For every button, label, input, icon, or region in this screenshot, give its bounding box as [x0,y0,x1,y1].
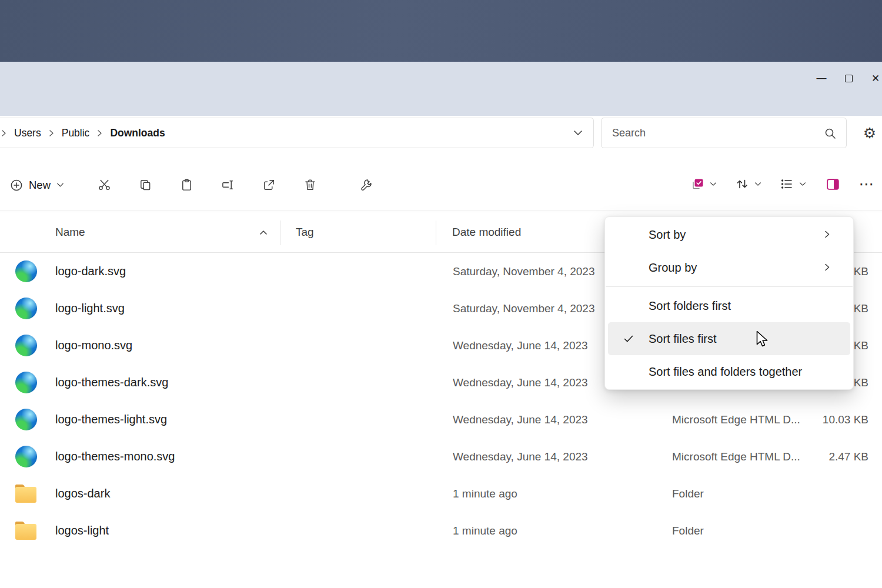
column-separator[interactable] [280,220,281,245]
sort-context-menu: Sort by Group by Sort folders first Sort… [604,216,854,390]
minimize-button[interactable]: — [808,66,835,90]
menu-item-group-by[interactable]: Group by [608,251,850,284]
desktop-background [0,0,882,62]
file-icon-cell [0,260,55,282]
address-dropdown-button[interactable] [572,127,584,139]
menu-item-label: Sort files first [649,332,717,346]
menu-item-sort-files-first[interactable]: Sort files first [608,322,850,355]
menu-item-sort-folders-first[interactable]: Sort folders first [608,289,850,322]
breadcrumb-item-public[interactable]: Public [59,127,92,139]
cut-button[interactable] [91,171,117,199]
tools-button[interactable] [353,171,379,199]
chevron-down-icon [56,181,65,189]
edge-logo-icon [15,335,37,356]
window-controls: — ✕ [808,66,882,90]
see-more-button[interactable]: ⋯ [854,170,880,198]
file-date-modified: Wednesday, June 14, 2023 [436,413,653,426]
file-icon-cell [0,335,55,356]
chevron-right-icon [823,263,831,272]
scissors-icon [98,178,111,192]
menu-item-label: Sort by [649,228,686,242]
settings-button[interactable]: ⚙ [857,121,882,145]
new-button[interactable]: New [1,170,72,201]
copy-button[interactable] [132,171,158,199]
chevron-down-icon [709,180,717,188]
file-row[interactable]: logo-themes-mono.svg Wednesday, June 14,… [0,438,882,475]
file-icon-cell [0,485,55,503]
folder-icon [15,487,36,503]
checkmark-icon [608,333,649,345]
paste-icon [180,178,193,192]
paste-button[interactable] [173,171,199,199]
chevron-right-icon [0,129,8,137]
file-type: Microsoft Edge HTML D... [653,450,813,463]
breadcrumb-item-downloads[interactable]: Downloads [108,127,167,139]
file-row[interactable]: logo-themes-light.svg Wednesday, June 14… [0,401,882,438]
menu-item-sort-files-and-folders-together[interactable]: Sort files and folders together [608,355,850,388]
folder-icon [15,524,36,540]
view-list-icon [780,177,794,191]
file-name: logos-light [55,524,280,537]
chevron-right-icon [823,230,831,239]
file-date-modified: Wednesday, June 14, 2023 [436,450,653,463]
share-icon [262,178,276,192]
rename-button[interactable] [215,171,240,199]
sort-ascending-icon [259,230,268,235]
breadcrumb-item-users[interactable]: Users [12,127,44,139]
file-row[interactable]: logos-light 1 minute ago Folder [0,512,882,549]
plus-icon [9,178,24,192]
menu-item-label: Group by [649,261,697,275]
new-button-label: New [29,179,51,192]
file-type: Microsoft Edge HTML D... [653,413,813,426]
file-size: 2.47 KB [813,450,868,463]
preview-pane-icon [826,177,840,192]
maximize-button[interactable] [835,66,862,90]
column-header-name[interactable]: Name [55,226,280,239]
trash-icon [303,178,317,192]
ellipsis-icon: ⋯ [854,175,880,193]
menu-item-sort-by[interactable]: Sort by [608,218,850,251]
chevron-right-icon [96,129,103,137]
search-box [601,118,847,148]
sort-arrows-icon [735,177,749,191]
search-input[interactable] [602,118,846,148]
file-name: logo-mono.svg [55,339,280,352]
file-type: Folder [653,487,813,500]
view-button[interactable] [775,170,811,198]
share-button[interactable] [256,171,282,199]
wrench-icon [360,178,373,192]
search-icon[interactable] [824,127,837,140]
menu-separator [606,286,853,287]
maximize-icon [845,75,853,82]
view-tools: ⋯ [686,170,880,198]
select-button[interactable] [686,170,722,198]
file-date-modified: 1 minute ago [436,524,653,537]
edge-logo-icon [15,446,37,467]
address-row: Users Public Downloads ⚙ [0,116,882,158]
file-name: logo-light.svg [55,302,280,315]
file-icon-cell [0,409,55,430]
file-explorer-window: — ✕ Users Public Downloads [0,0,882,588]
menu-item-label: Sort folders first [649,299,731,313]
close-button[interactable]: ✕ [862,66,882,90]
details-pane-button[interactable] [820,170,846,198]
chevron-down-icon [799,180,807,188]
file-name: logo-themes-mono.svg [55,450,280,463]
minimize-icon: — [817,72,827,84]
menu-item-label: Sort files and folders together [649,365,802,379]
copy-icon [139,178,152,192]
sort-button[interactable] [730,170,767,198]
column-name-label: Name [55,226,85,239]
rename-icon [221,178,235,192]
file-row[interactable]: logos-dark 1 minute ago Folder [0,475,882,512]
file-name: logo-themes-dark.svg [55,376,280,389]
file-icon-cell [0,298,55,319]
breadcrumb[interactable]: Users Public Downloads [0,118,594,148]
file-icon-cell [0,372,55,393]
column-tag-label: Tag [296,226,314,238]
column-header-tag[interactable]: Tag [280,226,436,239]
chevron-right-icon [48,129,55,137]
column-separator[interactable] [436,220,436,245]
delete-button[interactable] [297,171,323,199]
edge-logo-icon [15,260,37,282]
